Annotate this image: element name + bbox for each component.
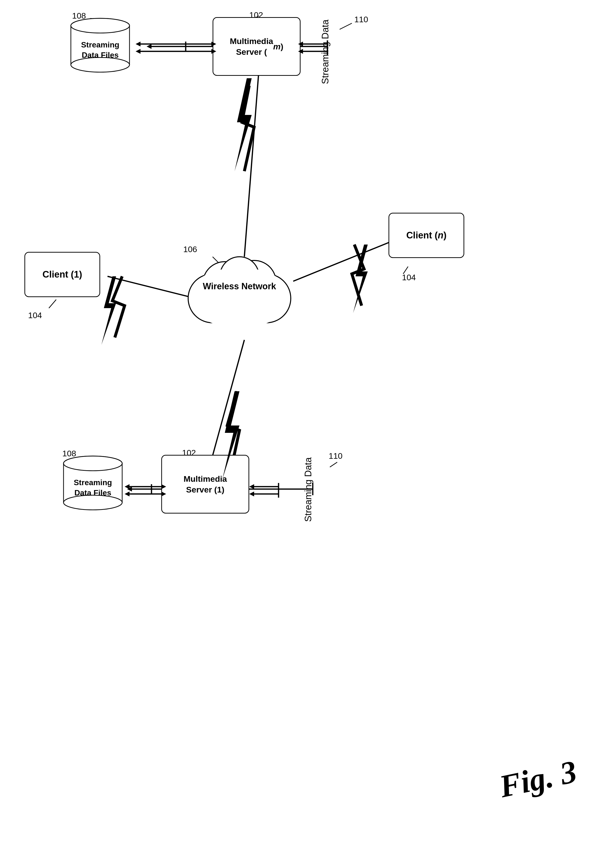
diagram: StreamingData Files MultimediaServer (m)… bbox=[0, 0, 616, 851]
lightning-bolt-left bbox=[98, 276, 122, 345]
ref-110-bottom: 110 bbox=[329, 451, 343, 461]
svg-marker-55 bbox=[124, 484, 129, 489]
svg-marker-67 bbox=[249, 492, 254, 496]
figure-label: Fig. 3 bbox=[496, 753, 580, 805]
svg-line-26 bbox=[330, 462, 337, 467]
arrow-files-server-bottom bbox=[124, 481, 166, 500]
svg-marker-48 bbox=[211, 42, 216, 47]
svg-marker-51 bbox=[211, 49, 216, 54]
client-n: Client (n) bbox=[388, 213, 464, 258]
streaming-data-files-top: StreamingData Files bbox=[66, 17, 134, 74]
ref-102-top: 102 bbox=[249, 10, 263, 20]
wireless-network: Wireless Network bbox=[181, 245, 298, 337]
svg-marker-52 bbox=[136, 49, 141, 54]
ref-108-bottom: 108 bbox=[62, 449, 76, 458]
svg-marker-44 bbox=[101, 276, 116, 345]
arrow-streaming-data-bottom bbox=[249, 481, 281, 500]
lightning-bolt-right bbox=[349, 245, 374, 313]
svg-marker-45 bbox=[353, 245, 368, 313]
ref-106: 106 bbox=[183, 245, 197, 254]
streaming-data-bottom-label: Streaming Data bbox=[303, 457, 313, 522]
svg-point-42 bbox=[63, 456, 122, 471]
svg-line-22 bbox=[49, 299, 56, 308]
connections-overlay bbox=[0, 0, 616, 851]
arrow-streaming-data-top bbox=[298, 38, 330, 57]
svg-marker-58 bbox=[124, 492, 129, 496]
svg-marker-54 bbox=[161, 484, 166, 489]
lightning-bolt-top bbox=[230, 78, 259, 171]
ref-104-right: 104 bbox=[402, 273, 416, 282]
svg-line-17 bbox=[293, 240, 396, 281]
svg-line-20 bbox=[340, 23, 352, 29]
svg-marker-57 bbox=[161, 492, 166, 496]
svg-marker-46 bbox=[222, 391, 240, 479]
ref-102-bottom: 102 bbox=[182, 448, 196, 457]
svg-point-30 bbox=[71, 18, 129, 33]
lightning-bolt-bottom bbox=[217, 391, 247, 479]
ref-110-top: 110 bbox=[354, 15, 368, 24]
svg-marker-60 bbox=[298, 42, 303, 47]
arrow-files-server-top bbox=[136, 38, 216, 57]
svg-marker-49 bbox=[136, 42, 141, 47]
ref-108-top: 108 bbox=[72, 11, 86, 21]
svg-marker-43 bbox=[235, 78, 252, 171]
svg-marker-62 bbox=[298, 49, 303, 54]
svg-marker-65 bbox=[249, 484, 254, 489]
multimedia-server-m: MultimediaServer (m) bbox=[213, 17, 301, 76]
streaming-data-files-bottom: StreamingData Files bbox=[58, 455, 127, 511]
client-1: Client (1) bbox=[24, 252, 100, 297]
ref-104-left: 104 bbox=[28, 311, 42, 320]
